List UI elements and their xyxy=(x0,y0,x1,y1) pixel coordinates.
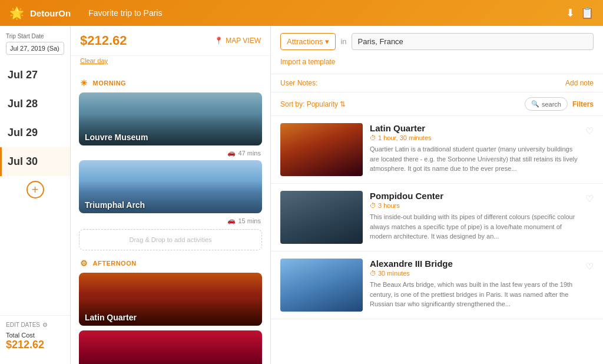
pompidou-info: Pompidou Center ⏱ 3 hours This inside-ou… xyxy=(370,191,578,241)
add-note-button[interactable]: Add note xyxy=(565,79,594,87)
pompidou-thumb xyxy=(280,191,363,244)
gear-icon-2: ⚙ xyxy=(80,259,88,268)
search-icon: 🔍 xyxy=(531,100,539,108)
louvre-travel-time: 🚗 47 mins xyxy=(71,148,270,158)
day-cost: $212.62 xyxy=(80,33,127,48)
arch-label: Triumphal Arch xyxy=(79,197,151,213)
latin-label: Latin Quarter xyxy=(79,309,143,326)
activity-moulin[interactable]: Moulin Rouge Paris Dinner and Show $212.… xyxy=(79,330,262,364)
main-layout: Trip Start Date Jul 27, 2019 (Sa) Jul 27… xyxy=(0,26,603,364)
search-bar-row: Attractions ▾ in xyxy=(280,33,594,50)
pompidou-desc: This inside-out building with its pipes … xyxy=(370,212,578,241)
sun-icon: ☀ xyxy=(80,78,88,88)
map-view-button[interactable]: 📍 MAP VIEW xyxy=(214,37,261,45)
user-notes-label: User Notes: xyxy=(280,79,317,87)
add-day-button[interactable]: + xyxy=(26,181,44,198)
alexandre-image xyxy=(280,259,363,312)
latin-quarter-desc: Quartier Latin is a traditional student … xyxy=(370,144,578,174)
arch-travel-time: 🚗 15 mins xyxy=(71,216,270,226)
app-name: DetourOn xyxy=(30,8,71,18)
trip-start-date[interactable]: Jul 27, 2019 (Sa) xyxy=(6,42,64,55)
latin-quarter-name: Latin Quarter xyxy=(370,123,578,133)
sort-icon: ⇅ xyxy=(340,100,346,108)
total-cost-value: $212.62 xyxy=(6,339,64,351)
center-panel: $212.62 📍 MAP VIEW Clear day ☀ MORNING L… xyxy=(71,26,271,364)
activity-arch[interactable]: Triumphal Arch xyxy=(79,160,262,213)
louvre-label: Louvre Museum xyxy=(79,129,154,145)
right-top: Attractions ▾ in Import a template xyxy=(271,26,603,74)
sidebar-item-jul30[interactable]: Jul 30 xyxy=(0,147,70,176)
category-select[interactable]: Attractions ▾ xyxy=(280,33,336,50)
alexandre-favorite[interactable]: ♡ xyxy=(585,261,594,272)
latin-quarter-favorite[interactable]: ♡ xyxy=(585,125,594,137)
latin-quarter-thumb xyxy=(280,123,363,176)
chevron-down-icon: ▾ xyxy=(325,37,329,46)
car-icon: 🚗 xyxy=(227,149,236,157)
pompidou-name: Pompidou Center xyxy=(370,191,578,201)
total-cost-label: Total Cost xyxy=(6,332,64,339)
plus-icon: + xyxy=(32,183,39,197)
afternoon-header: ⚙ AFTERNOON xyxy=(71,254,270,270)
sort-label[interactable]: Sort by: Popularity ⇅ xyxy=(280,100,346,108)
sort-filters-row: Sort by: Popularity ⇅ 🔍 search Filters xyxy=(271,92,603,116)
alexandre-name: Alexandre III Bridge xyxy=(370,259,578,269)
pompidou-image xyxy=(280,191,363,244)
activity-louvre[interactable]: Louvre Museum xyxy=(79,92,262,145)
search-button[interactable]: 🔍 search xyxy=(525,97,568,111)
clock-icon-3: ⏱ xyxy=(370,270,376,277)
drop-zone: Drag & Drop to add activities xyxy=(79,229,262,250)
activities-scroll: ☀ MORNING Louvre Museum 🚗 47 mins Triump… xyxy=(71,69,270,364)
clear-day-button[interactable]: Clear day xyxy=(71,56,270,69)
sidebar-item-jul29[interactable]: Jul 29 xyxy=(0,118,70,147)
import-template-link[interactable]: Import a template xyxy=(280,58,335,66)
clock-icon: ⏱ xyxy=(370,134,376,141)
bookmark-icon[interactable]: 📋 xyxy=(581,6,594,19)
right-panel: Attractions ▾ in Import a template User … xyxy=(271,26,603,364)
attraction-latin-quarter: Latin Quarter ⏱ 1 hour, 30 minutes Quart… xyxy=(271,116,603,184)
latin-quarter-info: Latin Quarter ⏱ 1 hour, 30 minutes Quart… xyxy=(370,123,578,174)
pompidou-favorite[interactable]: ♡ xyxy=(585,193,594,204)
attraction-pompidou: Pompidou Center ⏱ 3 hours This inside-ou… xyxy=(271,184,603,252)
alexandre-duration: ⏱ 30 minutes xyxy=(370,270,578,277)
moulin-image xyxy=(79,330,262,364)
map-pin-icon: 📍 xyxy=(214,37,223,45)
sidebar-item-jul28[interactable]: Jul 28 xyxy=(0,90,70,118)
attractions-list: Latin Quarter ⏱ 1 hour, 30 minutes Quart… xyxy=(271,116,603,364)
attraction-alexandre: Alexandre III Bridge ⏱ 30 minutes The Be… xyxy=(271,252,603,319)
gear-icon: ⚙ xyxy=(42,322,48,328)
sidebar-bottom: EDIT DATES ⚙ Total Cost $212.62 xyxy=(0,315,70,357)
filters-button[interactable]: Filters xyxy=(572,100,594,108)
pompidou-duration: ⏱ 3 hours xyxy=(370,202,578,209)
center-top: $212.62 📍 MAP VIEW xyxy=(71,26,270,56)
car-icon-2: 🚗 xyxy=(227,217,236,224)
alexandre-info: Alexandre III Bridge ⏱ 30 minutes The Be… xyxy=(370,259,578,309)
trip-start-label: Trip Start Date xyxy=(0,33,70,39)
latin-quarter-image xyxy=(280,123,363,176)
header: 🌟 DetourOn Favorite trip to Paris ⬇ 📋 xyxy=(0,0,603,26)
header-left: 🌟 DetourOn Favorite trip to Paris xyxy=(9,6,162,20)
user-notes-row: User Notes: Add note xyxy=(271,74,603,92)
alexandre-thumb xyxy=(280,259,363,312)
download-icon[interactable]: ⬇ xyxy=(566,6,575,19)
logo-icon: 🌟 xyxy=(9,6,24,20)
alexandre-desc: The Beaux Arts bridge, which was built i… xyxy=(370,280,578,309)
sidebar-item-jul27[interactable]: Jul 27 xyxy=(0,61,70,90)
location-input[interactable] xyxy=(352,33,594,50)
latin-quarter-duration: ⏱ 1 hour, 30 minutes xyxy=(370,134,578,141)
trip-title: Favorite trip to Paris xyxy=(88,8,162,18)
edit-dates[interactable]: EDIT DATES ⚙ xyxy=(6,322,64,328)
morning-header: ☀ MORNING xyxy=(71,74,270,90)
header-actions: ⬇ 📋 xyxy=(566,6,594,19)
clock-icon-2: ⏱ xyxy=(370,202,376,209)
in-label: in xyxy=(340,37,346,46)
sidebar: Trip Start Date Jul 27, 2019 (Sa) Jul 27… xyxy=(0,26,71,364)
activity-latin[interactable]: Latin Quarter xyxy=(79,273,262,326)
